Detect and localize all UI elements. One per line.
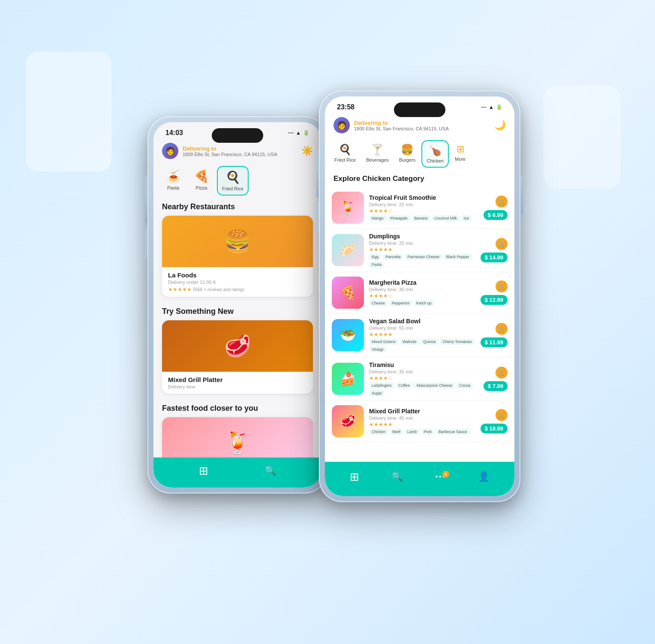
phone2-scroll[interactable]: 🍹 Tropical Fruit Smoothie Delivery time:… — [325, 187, 514, 445]
bottom-nav-1: ⊞ 🔍 — [153, 457, 321, 488]
food-price-pizza: 🛒 $ 12.99 — [481, 280, 508, 305]
nav-profile-2[interactable]: 👤 — [478, 471, 490, 482]
delivering-text-1: Delivering to 1800 Ellis St, San Francis… — [183, 145, 277, 157]
phone-1: 14:03 ···· ▲ 🔋 🧑 Delivering to 1800 Elli… — [147, 116, 328, 494]
food-stars-pizza: ★★★★☆ — [369, 293, 475, 299]
restaurant-meta: Delivery under 11:00 A — [168, 280, 307, 285]
food-delivery-dumplings: Delivery time: 20 min — [369, 241, 475, 246]
food-thumb-pizza: 🍕 — [332, 277, 364, 309]
cat2-chicken[interactable]: 🍗 Chicken — [421, 140, 449, 168]
food-name-tiramisu: Tiramisu — [369, 361, 478, 368]
avatar-1: 🧑 — [162, 143, 178, 159]
phones-container: 14:03 ···· ▲ 🔋 🧑 Delivering to 1800 Elli… — [135, 65, 520, 579]
nav-home-2[interactable]: ⊞ — [350, 470, 359, 484]
food-name-grill: Mixed Grill Platter — [369, 408, 475, 415]
cat2-fried-rice[interactable]: 🍳 Fried Rice — [330, 140, 360, 168]
food-item-salad[interactable]: 🥗 Vegan Salad Bowl Delivery time: 55 min… — [325, 313, 514, 357]
food-price-salad: 🛒 $ 11.99 — [481, 323, 508, 347]
food-stars-grill: ★★★★★ — [369, 421, 475, 427]
nearby-section: 🍔 La Foods Delivery under 11:00 A ★★★★★ … — [153, 216, 321, 297]
nav-search-1[interactable]: 🔍 — [264, 465, 276, 476]
category-tabs-1: 🍝 Pasta 🍕 Pizza 🍳 Fried Rice — [153, 163, 321, 199]
weather-icon-1: ☀️ — [301, 145, 313, 156]
dynamic-island-2 — [394, 102, 445, 117]
nav-dots-2[interactable]: ••• 6 — [435, 472, 446, 481]
food-thumb-tiramisu: 🍰 — [332, 363, 364, 395]
food-price-grill: 🛒 $ 18.99 — [481, 409, 508, 433]
food-item-tiramisu[interactable]: 🍰 Tiramisu Delivery time: 35 min ★★★★☆ L… — [325, 357, 514, 401]
food-stars-dumplings: ★★★★★ — [369, 247, 475, 253]
restaurant-info-grill: Mixed Grill Platter Delivery time — [162, 372, 313, 394]
weather-icon-2: 🌙 — [494, 120, 506, 131]
food-item-spaghetti[interactable]: 🍝 Spaghetti Carbonara Delivery time: 20 … — [325, 442, 514, 445]
restaurant-card-grill[interactable]: 🥩 Mixed Grill Platter Delivery time — [162, 320, 313, 394]
time-2: 23:58 — [337, 103, 355, 111]
restaurant-info-lafoods: La Foods Delivery under 11:00 A ★★★★★ 56… — [162, 267, 313, 297]
time-1: 14:03 — [165, 129, 183, 137]
restaurant-img-fast: 🍹 — [162, 417, 313, 461]
food-delivery-salad: Delivery time: 55 min — [369, 325, 475, 331]
restaurant-rating: ★★★★★ 5666 + reviews and ratings — [168, 286, 307, 292]
category-tabs-2: 🍳 Fried Rice 🍸 Beverages 🍔 Burgers 🍗 Chi… — [325, 137, 514, 171]
cat-pasta[interactable]: 🍝 Pasta — [160, 166, 186, 196]
cart-btn-salad[interactable]: 🛒 — [496, 323, 508, 335]
cat2-beverages[interactable]: 🍸 Beverages — [362, 140, 393, 168]
food-stars-smoothie: ★★★★☆ — [369, 208, 478, 214]
food-item-pizza[interactable]: 🍕 Margherita Pizza Delivery time: 30 min… — [325, 272, 514, 313]
nav-badge-dots: 6 — [442, 471, 449, 478]
address-2: 1800 Ellis St, San Francisco, CA 94115, … — [354, 126, 449, 131]
cart-btn-tiramisu[interactable]: 🛒 — [496, 367, 508, 379]
delivering-text-2: Delivering to 1800 Ellis St, San Francis… — [354, 120, 449, 131]
cat-fried-rice[interactable]: 🍳 Fried Rice — [217, 166, 249, 196]
food-name-salad: Vegan Salad Bowl — [369, 318, 475, 325]
phone1-scroll[interactable]: Nearby Restaurants 🍔 La Foods Delivery u… — [153, 199, 321, 461]
avatar-2: 🧑 — [334, 117, 350, 133]
status-icons-1: ···· ▲ 🔋 — [288, 130, 309, 136]
food-name-dumplings: Dumplings — [369, 233, 475, 240]
restaurant-card-lafoods[interactable]: 🍔 La Foods Delivery under 11:00 A ★★★★★ … — [162, 216, 313, 297]
bottom-nav-2: ⊞ 🔍 ••• 6 👤 — [325, 462, 514, 496]
cat-pizza[interactable]: 🍕 Pizza — [189, 166, 214, 196]
food-item-smoothie[interactable]: 🍹 Tropical Fruit Smoothie Delivery time:… — [325, 187, 514, 229]
food-name-smoothie: Tropical Fruit Smoothie — [369, 194, 478, 201]
food-item-grill[interactable]: 🥩 Mixed Grill Platter Delivery time: 45 … — [325, 401, 514, 442]
cart-btn-grill[interactable]: 🛒 — [496, 409, 508, 421]
cart-btn-pizza[interactable]: 🛒 — [496, 280, 508, 292]
delivering-header-1: 🧑 Delivering to 1800 Ellis St, San Franc… — [153, 139, 321, 163]
price-pizza: $ 12.99 — [481, 295, 508, 305]
bg-shape-right — [544, 86, 621, 189]
food-delivery-grill: Delivery time: 45 min — [369, 415, 475, 421]
price-salad: $ 11.99 — [481, 337, 508, 347]
food-thumb-smoothie: 🍹 — [332, 192, 364, 224]
try-new-title: Try Something New — [153, 304, 321, 320]
dynamic-island-1 — [212, 128, 263, 143]
food-stars-tiramisu: ★★★★☆ — [369, 375, 478, 381]
food-tags-grill: Chicken Beef Lamb Pork Barbecue Sauce — [369, 429, 475, 435]
food-tags-salad: Mixed Greens Walnuts Quinoa Cherry Tomat… — [369, 339, 475, 352]
cat2-more[interactable]: ⊞ More — [451, 140, 470, 168]
address-1: 1800 Ellis St, San Francisco, CA 94115, … — [183, 152, 277, 157]
nav-home-1[interactable]: ⊞ — [199, 464, 208, 478]
food-info-dumplings: Dumplings Delivery time: 20 min ★★★★★ Eg… — [369, 233, 475, 268]
restaurant-name: La Foods — [168, 271, 307, 279]
restaurant-img-lafoods: 🍔 — [162, 216, 313, 267]
delivering-label-2: Delivering to — [354, 120, 449, 126]
food-thumb-dumplings: 🥟 — [332, 234, 364, 266]
food-thumb-grill: 🥩 — [332, 405, 364, 437]
restaurant-img-grill: 🥩 — [162, 320, 313, 372]
food-item-dumplings[interactable]: 🥟 Dumplings Delivery time: 20 min ★★★★★ … — [325, 229, 514, 272]
delivering-label-1: Delivering to — [183, 145, 277, 152]
nav-search-2[interactable]: 🔍 — [391, 471, 403, 482]
restaurant-card-fast[interactable]: 🍹 — [162, 417, 313, 461]
price-dumplings: $ 14.99 — [481, 253, 508, 262]
food-delivery-tiramisu: Delivery time: 35 min — [369, 369, 478, 374]
cat2-burgers[interactable]: 🍔 Burgers — [395, 140, 420, 168]
phone-2: 23:58 ···· ▲ 🔋 🧑 Delivering to 1800 Elli… — [319, 90, 520, 502]
cart-btn-smoothie[interactable]: 🛒 — [496, 196, 508, 208]
food-tags-smoothie: Mango Pineapple Banana Coconut Milk Ice — [369, 215, 478, 221]
fastest-section: 🍹 — [153, 417, 321, 461]
bg-shape-left — [26, 51, 111, 172]
cart-btn-dumplings[interactable]: 🛒 — [496, 238, 508, 250]
food-info-pizza: Margherita Pizza Delivery time: 30 min ★… — [369, 279, 475, 306]
food-info-smoothie: Tropical Fruit Smoothie Delivery time: 2… — [369, 194, 478, 221]
